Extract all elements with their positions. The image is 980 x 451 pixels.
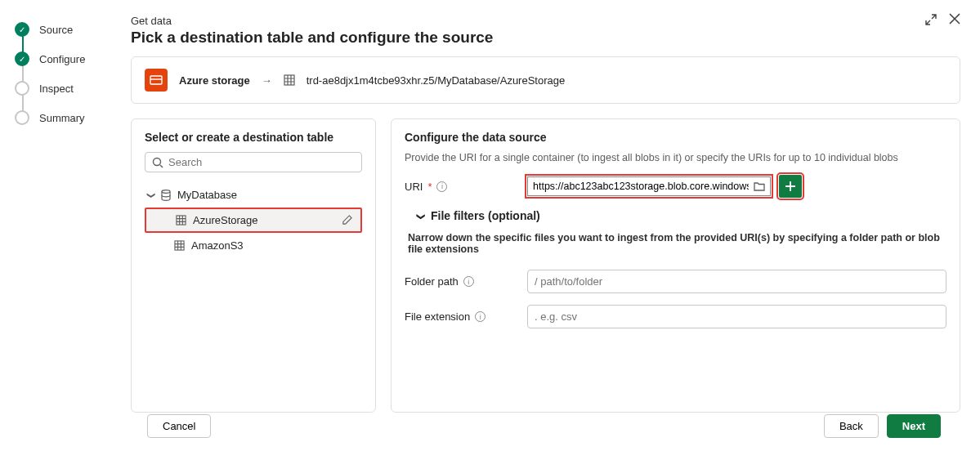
step-label: Summary <box>39 112 85 124</box>
info-icon[interactable]: i <box>463 276 474 287</box>
uri-label: URI <box>405 181 423 193</box>
check-icon: ✓ <box>15 51 29 66</box>
database-label: MyDatabase <box>177 189 237 201</box>
step-label: Configure <box>39 53 85 65</box>
chevron-down-icon: ❯ <box>417 212 426 219</box>
table-label: AmazonS3 <box>191 239 244 252</box>
step-source[interactable]: ✓ Source <box>15 15 106 44</box>
svg-rect-0 <box>150 76 162 84</box>
filters-description: Narrow down the specific files you want … <box>408 232 946 255</box>
next-button[interactable]: Next <box>887 414 941 438</box>
info-icon[interactable]: i <box>475 311 486 322</box>
cancel-button[interactable]: Cancel <box>147 414 211 438</box>
grid-icon <box>174 240 185 251</box>
step-inspect[interactable]: Inspect <box>15 74 106 103</box>
step-configure[interactable]: ✓ Configure <box>15 44 106 74</box>
required-indicator: * <box>427 181 432 193</box>
file-extension-input[interactable] <box>527 305 946 328</box>
circle-icon <box>15 110 29 125</box>
configure-title: Configure the data source <box>405 131 946 144</box>
add-uri-button[interactable] <box>779 175 802 198</box>
footer: Cancel Back Next <box>131 403 960 451</box>
circle-icon <box>15 81 29 96</box>
info-icon[interactable]: i <box>436 181 447 192</box>
svg-rect-1 <box>284 75 294 85</box>
page-category: Get data <box>131 15 960 27</box>
tree-database[interactable]: ❯ MyDatabase <box>145 184 362 206</box>
expand-icon[interactable] <box>924 13 937 26</box>
grid-icon <box>284 74 295 86</box>
step-summary[interactable]: Summary <box>15 103 106 132</box>
file-filters-toggle[interactable]: ❯ File filters (optional) <box>418 209 946 222</box>
destination-path: trd-ae8djx1m4tcbe93xhr.z5/MyDatabase/Azu… <box>307 74 566 87</box>
step-label: Inspect <box>39 83 74 95</box>
grid-icon <box>176 215 186 226</box>
svg-rect-5 <box>175 241 184 250</box>
search-input[interactable] <box>145 152 362 172</box>
azure-storage-icon <box>145 69 168 92</box>
folder-path-input[interactable] <box>527 270 946 293</box>
database-icon <box>161 190 171 201</box>
tree-table-azurestorage[interactable]: AzureStorage <box>145 208 362 233</box>
search-icon <box>152 157 163 168</box>
close-icon[interactable] <box>949 13 960 26</box>
back-button[interactable]: Back <box>824 414 879 438</box>
step-label: Source <box>39 24 73 36</box>
uri-text[interactable] <box>533 181 749 192</box>
edit-icon[interactable] <box>342 215 352 226</box>
filters-title: File filters (optional) <box>431 209 540 222</box>
chevron-down-icon: ❯ <box>147 192 156 199</box>
uri-input[interactable] <box>527 176 771 196</box>
table-label: AzureStorage <box>193 214 258 226</box>
main-content: Get data Pick a destination table and co… <box>114 0 980 451</box>
check-icon: ✓ <box>15 22 29 37</box>
search-field[interactable] <box>168 156 355 168</box>
file-extension-label: File extension <box>405 310 470 323</box>
svg-point-3 <box>162 190 170 193</box>
svg-rect-4 <box>177 216 186 225</box>
wizard-stepper: ✓ Source ✓ Configure Inspect Summary <box>0 0 114 451</box>
page-title: Pick a destination table and configure t… <box>131 29 960 47</box>
folder-path-label: Folder path <box>405 275 459 288</box>
destination-panel: Select or create a destination table ❯ M… <box>131 118 376 413</box>
source-name: Azure storage <box>179 74 250 87</box>
configure-panel: Configure the data source Provide the UR… <box>391 118 960 413</box>
breadcrumb: Azure storage → trd-ae8djx1m4tcbe93xhr.z… <box>131 56 960 104</box>
arrow-right-icon: → <box>262 74 272 87</box>
table-tree: ❯ MyDatabase AzureStorage <box>145 184 362 257</box>
configure-subtitle: Provide the URI for a single container (… <box>405 152 946 163</box>
folder-icon[interactable] <box>754 181 765 191</box>
destination-title: Select or create a destination table <box>145 131 362 144</box>
plus-icon <box>785 181 796 192</box>
tree-table-amazons3[interactable]: AmazonS3 <box>145 234 362 257</box>
svg-point-2 <box>154 158 161 165</box>
